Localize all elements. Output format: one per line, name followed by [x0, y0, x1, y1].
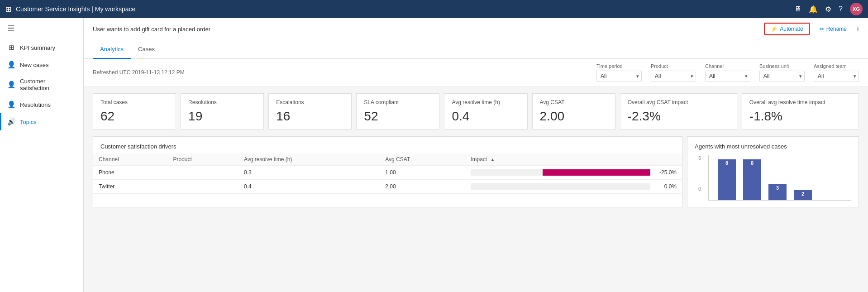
kpi-card-resolutions: Resolutions 19	[181, 93, 264, 129]
bar-4: 2	[794, 190, 812, 200]
filter-business-unit: Business unit All	[759, 63, 805, 81]
time-period-label: Time period	[596, 63, 642, 69]
bottom-section: Customer satisfaction drivers Channel Pr…	[84, 136, 868, 214]
hamburger-icon[interactable]: ☰	[0, 18, 83, 39]
sort-arrow-icon: ▲	[491, 157, 495, 162]
y-label-0: 0	[698, 186, 705, 191]
col-channel: Channel	[93, 153, 167, 166]
kpi-label-avg-csat: Avg CSAT	[540, 99, 608, 105]
drivers-card: Customer satisfaction drivers Channel Pr…	[93, 136, 682, 207]
sidebar-label-kpi-summary: KPI summary	[20, 44, 55, 51]
info-icon[interactable]: ℹ	[857, 25, 859, 33]
cell-channel: Phone	[93, 166, 167, 180]
cell-impact: 0.0%	[465, 180, 682, 194]
sidebar-item-new-cases[interactable]: 👤 New cases	[0, 56, 83, 73]
sidebar-label-topics: Topics	[20, 119, 37, 125]
table-row: Phone0.31.00-25.0%	[93, 166, 682, 180]
cell-product	[167, 180, 238, 194]
y-label-5: 5	[698, 155, 705, 161]
cell-avg-resolve: 0.4	[238, 180, 380, 194]
channel-select-wrapper[interactable]: All	[705, 71, 750, 81]
gear-icon[interactable]: ⚙	[825, 5, 831, 14]
tab-analytics[interactable]: Analytics	[93, 40, 131, 59]
bar-1: 8	[718, 159, 736, 200]
channel-label: Channel	[705, 63, 750, 69]
app-title: Customer Service Insights | My workspace	[16, 5, 790, 13]
kpi-label-resolutions: Resolutions	[188, 99, 256, 105]
sidebar: ☰ ⊞ KPI summary 👤 New cases 👤 Customer s…	[0, 18, 84, 292]
kpi-label-sla-compliant: SLA compliant	[364, 99, 432, 105]
cell-avg-csat: 2.00	[380, 180, 465, 194]
col-avg-csat: Avg CSAT	[380, 153, 465, 166]
kpi-label-overall-resolve-impact: Overall avg resolve time impact	[749, 99, 851, 105]
kpi-value-total-cases: 62	[100, 109, 168, 124]
rename-icon: ✏	[820, 26, 824, 32]
channel-select[interactable]: All	[705, 71, 750, 81]
agents-title: Agents with most unresolved cases	[695, 143, 851, 150]
sidebar-item-resolutions[interactable]: 👤 Resolutions	[0, 96, 83, 113]
filter-channel: Channel All	[705, 63, 750, 81]
automate-button[interactable]: ⚡ Automate	[764, 23, 809, 35]
bar-2: 8	[743, 159, 761, 200]
bar-3: 3	[768, 184, 787, 200]
sidebar-item-kpi-summary[interactable]: ⊞ KPI summary	[0, 39, 83, 56]
help-icon[interactable]: ?	[839, 5, 843, 13]
kpi-card-total-cases: Total cases 62	[93, 93, 176, 129]
monitor-icon[interactable]: 🖥	[794, 5, 801, 13]
user-avatar[interactable]: XG	[850, 3, 863, 15]
kpi-icon: ⊞	[7, 43, 15, 52]
refresh-timestamp: Refreshed UTC 2019-11-13 12:12 PM	[93, 69, 185, 76]
kpi-section: Total cases 62 Resolutions 19 Escalation…	[84, 86, 868, 136]
kpi-value-avg-resolve-time: 0.4	[452, 109, 520, 124]
business-unit-select-wrapper[interactable]: All	[759, 71, 805, 81]
agents-card: Agents with most unresolved cases 5 0 8	[687, 136, 859, 207]
impact-bar-bg	[471, 169, 650, 176]
header-bar: User wants to add gift card for a placed…	[84, 18, 868, 40]
kpi-card-avg-csat: Avg CSAT 2.00	[532, 93, 615, 129]
tab-cases[interactable]: Cases	[131, 40, 162, 59]
page-title: User wants to add gift card for a placed…	[93, 26, 210, 33]
kpi-card-overall-csat-impact: Overall avg CSAT impact -2.3%	[620, 93, 737, 129]
impact-value: 0.0%	[654, 183, 677, 190]
business-unit-select[interactable]: All	[759, 71, 805, 81]
filter-groups: Time period All Product All	[596, 63, 859, 81]
col-product: Product	[167, 153, 238, 166]
kpi-label-overall-csat-impact: Overall avg CSAT impact	[628, 99, 730, 105]
cell-avg-resolve: 0.3	[238, 166, 380, 180]
drivers-table-header: Channel Product Avg resolve time (h) Avg…	[93, 153, 682, 166]
header-actions: ⚡ Automate ✏ Rename ℹ	[764, 23, 859, 35]
assigned-team-select-wrapper[interactable]: All	[814, 71, 859, 81]
rename-button[interactable]: ✏ Rename	[815, 24, 851, 34]
cell-avg-csat: 1.00	[380, 166, 465, 180]
time-period-select-wrapper[interactable]: All	[596, 71, 642, 81]
sidebar-item-topics[interactable]: 🔊 Topics	[0, 113, 83, 130]
kpi-card-sla-compliant: SLA compliant 52	[356, 93, 439, 129]
cell-channel: Twitter	[93, 180, 167, 194]
topbar-actions: 🖥 🔔 ⚙ ? XG	[794, 3, 863, 15]
tabs-bar: Analytics Cases	[84, 40, 868, 59]
business-unit-label: Business unit	[759, 63, 805, 69]
sidebar-label-resolutions: Resolutions	[20, 101, 51, 108]
product-select-wrapper[interactable]: All	[651, 71, 696, 81]
assigned-team-select[interactable]: All	[814, 71, 859, 81]
cell-product	[167, 166, 238, 180]
col-impact[interactable]: Impact ▲	[465, 153, 682, 166]
bar-value-2: 8	[751, 160, 754, 166]
kpi-card-escalations: Escalations 16	[268, 93, 352, 129]
kpi-value-resolutions: 19	[188, 109, 256, 124]
layout: ☰ ⊞ KPI summary 👤 New cases 👤 Customer s…	[0, 18, 868, 292]
kpi-value-overall-csat-impact: -2.3%	[628, 109, 730, 124]
satisfaction-icon: 👤	[7, 81, 15, 89]
kpi-cards: Total cases 62 Resolutions 19 Escalation…	[93, 93, 859, 129]
impact-value: -25.0%	[654, 169, 677, 176]
kpi-value-overall-resolve-impact: -1.8%	[749, 109, 851, 124]
bar-value-1: 8	[725, 160, 728, 166]
product-select[interactable]: All	[651, 71, 696, 81]
sidebar-item-customer-satisfaction[interactable]: 👤 Customer satisfaction	[0, 73, 83, 96]
time-period-select[interactable]: All	[596, 71, 642, 81]
apps-icon[interactable]: ⊞	[5, 5, 11, 14]
kpi-value-sla-compliant: 52	[364, 109, 432, 124]
bell-icon[interactable]: 🔔	[809, 5, 818, 14]
bar-value-3: 3	[776, 185, 779, 191]
kpi-label-escalations: Escalations	[276, 99, 344, 105]
